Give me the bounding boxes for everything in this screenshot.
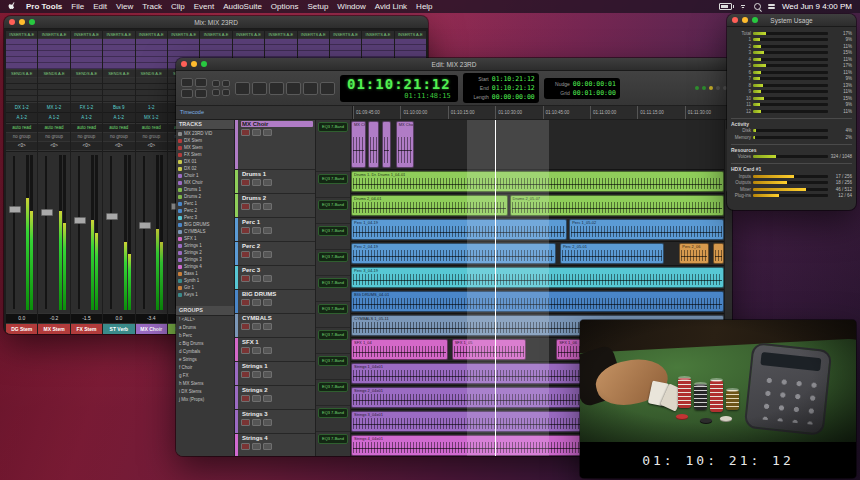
fader-cap[interactable]	[106, 213, 118, 220]
track-list-item[interactable]: MX Choir	[176, 179, 234, 186]
control-center-icon[interactable]	[768, 4, 775, 10]
start-field[interactable]: Start 01:10:21:12	[467, 75, 535, 83]
track-list-item[interactable]: SFX 1	[176, 235, 234, 242]
solo-button[interactable]	[252, 395, 261, 402]
track-list-item[interactable]: Drums 1	[176, 186, 234, 193]
record-arm-button[interactable]	[241, 347, 250, 354]
edit-titlebar[interactable]: Edit: MIX 23RD	[176, 58, 732, 71]
spot-mode-button[interactable]	[195, 78, 207, 87]
menu-help[interactable]: Help	[416, 2, 432, 11]
menu-bar-clock[interactable]: Wed Jun 9 4:00 PM	[782, 2, 852, 11]
track-header-strings-4[interactable]: Strings 4	[235, 434, 315, 456]
track-header-drums-2[interactable]: Drums 2	[235, 194, 315, 218]
record-arm-button[interactable]	[241, 227, 250, 234]
pan-value[interactable]: <0>	[136, 142, 167, 150]
system-usage-titlebar[interactable]: System Usage	[727, 14, 856, 27]
mute-button[interactable]	[263, 179, 272, 186]
track-list-item[interactable]: Drums 2	[176, 193, 234, 200]
channel-name[interactable]: DG Stem	[6, 324, 37, 334]
track-header-strings-2[interactable]: Strings 2	[235, 386, 315, 410]
solo-button[interactable]	[252, 347, 261, 354]
sends-slots[interactable]	[6, 78, 37, 102]
channel-name[interactable]: MX Stem	[38, 324, 69, 334]
mute-button[interactable]	[263, 347, 272, 354]
selector-tool-button[interactable]	[252, 82, 267, 95]
slip-mode-button[interactable]	[181, 89, 193, 98]
pan-value[interactable]: <0>	[38, 142, 69, 150]
fader-and-meter[interactable]	[103, 151, 134, 313]
pan-value[interactable]: <0>	[103, 142, 134, 150]
io-section[interactable]: DX 1-2A 1-2	[6, 103, 37, 123]
zoom-waveform-button[interactable]	[212, 89, 220, 96]
sends-slots[interactable]	[136, 78, 167, 102]
track-header-strings-3[interactable]: Strings 3	[235, 410, 315, 434]
group-list-item[interactable]: g FX	[176, 372, 234, 380]
fader-cap[interactable]	[74, 217, 86, 224]
tracks-panel-header[interactable]: TRACKS	[176, 120, 234, 130]
io-section[interactable]: 1-2MX 1-2	[136, 103, 167, 123]
audio-clip[interactable]: Perc 2_05-01	[560, 243, 664, 264]
track-header-perc-2[interactable]: Perc 2	[235, 242, 315, 266]
inserts-slots[interactable]	[71, 39, 102, 69]
fader-cap[interactable]	[9, 206, 21, 213]
scrubber-tool-button[interactable]	[286, 82, 301, 95]
menu-options[interactable]: Options	[271, 2, 299, 11]
group-list-item[interactable]: h MX Stems	[176, 380, 234, 388]
track-insert-slot[interactable]: EQ3 7-Band	[316, 408, 350, 432]
inserts-slots[interactable]	[6, 39, 37, 69]
group-list-item[interactable]: e Strings	[176, 356, 234, 364]
video-frame[interactable]	[580, 320, 856, 442]
track-list-item[interactable]: Perc 3	[176, 214, 234, 221]
track-header-perc-3[interactable]: Perc 3	[235, 266, 315, 290]
pan-value[interactable]: <0>	[71, 142, 102, 150]
track-insert-slot[interactable]: EQ3 7-Band	[316, 356, 350, 380]
track-list-item[interactable]: DX 02	[176, 165, 234, 172]
solo-button[interactable]	[252, 275, 261, 282]
record-arm-button[interactable]	[241, 443, 250, 450]
edit-selection[interactable]	[467, 120, 549, 456]
group-list-item[interactable]: c Big Drums	[176, 340, 234, 348]
fader-and-meter[interactable]	[136, 151, 167, 313]
track-list-item[interactable]: CYMBALS	[176, 228, 234, 235]
solo-button[interactable]	[252, 419, 261, 426]
track-insert-slot[interactable]: EQ3 7-Band	[316, 278, 350, 302]
channel-name[interactable]: FX Stem	[71, 324, 102, 334]
track-list-item[interactable]: Strings 2	[176, 249, 234, 256]
automation-mode-button[interactable]: auto read	[6, 124, 37, 132]
track-list-item[interactable]: Choir 1	[176, 172, 234, 179]
track-list-item[interactable]: FX Stem	[176, 151, 234, 158]
track-insert-slot[interactable]: EQ3 7-Band	[316, 226, 350, 250]
menu-avid-link[interactable]: Avid Link	[375, 2, 407, 11]
pencil-tool-button[interactable]	[303, 82, 318, 95]
solo-button[interactable]	[252, 129, 261, 136]
io-section[interactable]: MX 1-2A 1-2	[38, 103, 69, 123]
track-header-perc-1[interactable]: Perc 1	[235, 218, 315, 242]
track-list-item[interactable]: Synth 1	[176, 277, 234, 284]
channel-name[interactable]: MX Choir	[136, 324, 167, 334]
record-arm-button[interactable]	[241, 419, 250, 426]
track-name[interactable]: Strings 3	[241, 411, 313, 417]
inserts-slots[interactable]	[38, 39, 69, 69]
track-name[interactable]: BIG DRUMS	[241, 291, 313, 297]
trim-tool-button[interactable]	[235, 82, 250, 95]
group-list-item[interactable]: f Choir	[176, 364, 234, 372]
mute-button[interactable]	[263, 419, 272, 426]
menu-window[interactable]: Window	[337, 2, 365, 11]
audio-clip[interactable]: MX Choir_02	[396, 121, 415, 168]
track-insert-slot[interactable]: EQ3 7-Band	[316, 382, 350, 406]
menu-audiosuite[interactable]: AudioSuite	[223, 2, 262, 11]
audio-clip[interactable]: Perc 1_05-02	[569, 219, 724, 240]
track-header-drums-1[interactable]: Drums 1	[235, 170, 315, 194]
shuffle-mode-button[interactable]	[181, 78, 193, 87]
track-insert-slot[interactable]: EQ3 7-Band	[316, 434, 350, 456]
group-assignment[interactable]: no group	[38, 133, 69, 141]
fader-and-meter[interactable]	[71, 151, 102, 313]
track-name[interactable]: Strings 2	[241, 387, 313, 393]
record-arm-button[interactable]	[241, 299, 250, 306]
track-insert-slot[interactable]: EQ3 7-Band	[316, 330, 350, 354]
group-assignment[interactable]: no group	[71, 133, 102, 141]
mute-button[interactable]	[263, 275, 272, 282]
mute-button[interactable]	[263, 443, 272, 450]
zoom-in-button[interactable]	[222, 80, 230, 87]
track-name[interactable]: Perc 2	[241, 243, 313, 249]
